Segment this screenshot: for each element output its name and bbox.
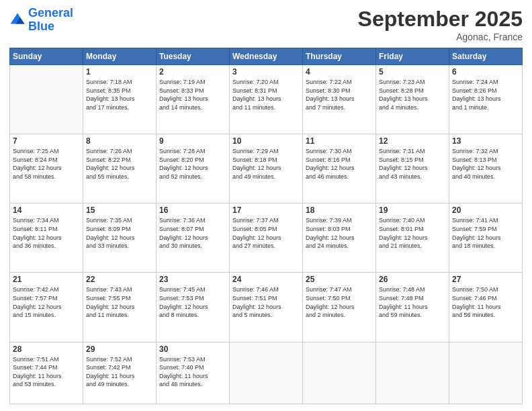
day-number: 5	[379, 67, 446, 77]
calendar-day-cell: 8Sunrise: 7:26 AM Sunset: 8:22 PM Daylig…	[83, 134, 157, 203]
day-info: Sunrise: 7:24 AM Sunset: 8:26 PM Dayligh…	[452, 78, 519, 111]
day-info: Sunrise: 7:19 AM Sunset: 8:33 PM Dayligh…	[159, 78, 226, 111]
logo-line2: Blue	[28, 19, 54, 33]
logo-text: General Blue	[28, 7, 73, 34]
calendar-week-row: 28Sunrise: 7:51 AM Sunset: 7:44 PM Dayli…	[10, 342, 523, 404]
calendar-day-cell: 12Sunrise: 7:31 AM Sunset: 8:15 PM Dayli…	[376, 134, 449, 203]
calendar-day-cell: 10Sunrise: 7:29 AM Sunset: 8:18 PM Dayli…	[230, 134, 303, 203]
day-number: 17	[232, 205, 300, 215]
calendar-day-cell	[10, 65, 83, 134]
day-number: 24	[232, 275, 300, 284]
day-info: Sunrise: 7:34 AM Sunset: 8:11 PM Dayligh…	[13, 216, 80, 250]
day-number: 1	[86, 67, 153, 77]
logo-icon	[9, 12, 26, 28]
calendar-week-row: 1Sunrise: 7:18 AM Sunset: 8:35 PM Daylig…	[10, 65, 523, 134]
day-number: 18	[306, 205, 373, 215]
day-info: Sunrise: 7:37 AM Sunset: 8:05 PM Dayligh…	[232, 216, 300, 250]
calendar-day-cell: 23Sunrise: 7:45 AM Sunset: 7:53 PM Dayli…	[157, 273, 230, 342]
day-info: Sunrise: 7:30 AM Sunset: 8:16 PM Dayligh…	[306, 147, 373, 181]
day-info: Sunrise: 7:28 AM Sunset: 8:20 PM Dayligh…	[159, 147, 226, 181]
day-number: 12	[379, 136, 446, 146]
day-info: Sunrise: 7:48 AM Sunset: 7:48 PM Dayligh…	[379, 285, 446, 319]
calendar-day-cell: 2Sunrise: 7:19 AM Sunset: 8:33 PM Daylig…	[157, 65, 230, 134]
day-number: 14	[13, 205, 80, 215]
day-info: Sunrise: 7:20 AM Sunset: 8:31 PM Dayligh…	[232, 78, 300, 111]
calendar-day-cell: 20Sunrise: 7:41 AM Sunset: 7:59 PM Dayli…	[449, 203, 523, 273]
calendar-day-cell: 17Sunrise: 7:37 AM Sunset: 8:05 PM Dayli…	[230, 203, 303, 273]
calendar-day-cell	[303, 342, 376, 404]
day-info: Sunrise: 7:31 AM Sunset: 8:15 PM Dayligh…	[379, 147, 446, 181]
calendar-day-cell: 6Sunrise: 7:24 AM Sunset: 8:26 PM Daylig…	[449, 65, 523, 134]
day-info: Sunrise: 7:42 AM Sunset: 7:57 PM Dayligh…	[13, 285, 80, 319]
day-number: 6	[452, 67, 519, 77]
day-number: 2	[159, 67, 226, 77]
day-info: Sunrise: 7:25 AM Sunset: 8:24 PM Dayligh…	[13, 147, 80, 181]
calendar-header-thursday: Thursday	[303, 48, 376, 65]
day-info: Sunrise: 7:52 AM Sunset: 7:42 PM Dayligh…	[86, 355, 153, 389]
day-number: 3	[232, 67, 300, 77]
day-number: 11	[306, 136, 373, 146]
calendar-day-cell: 4Sunrise: 7:22 AM Sunset: 8:30 PM Daylig…	[303, 65, 376, 134]
day-number: 15	[86, 205, 153, 215]
day-info: Sunrise: 7:45 AM Sunset: 7:53 PM Dayligh…	[159, 285, 226, 319]
day-number: 13	[452, 136, 519, 146]
day-number: 25	[306, 275, 373, 284]
day-number: 8	[86, 136, 153, 146]
calendar-day-cell: 14Sunrise: 7:34 AM Sunset: 8:11 PM Dayli…	[10, 203, 83, 273]
calendar-header-row: SundayMondayTuesdayWednesdayThursdayFrid…	[10, 48, 523, 65]
day-info: Sunrise: 7:53 AM Sunset: 7:40 PM Dayligh…	[159, 355, 226, 389]
calendar-day-cell: 29Sunrise: 7:52 AM Sunset: 7:42 PM Dayli…	[83, 342, 157, 404]
month-title: September 2025	[358, 7, 523, 32]
day-number: 16	[159, 205, 226, 215]
calendar-day-cell	[230, 342, 303, 404]
day-number: 29	[86, 345, 153, 354]
day-number: 22	[86, 275, 153, 284]
calendar-day-cell: 25Sunrise: 7:47 AM Sunset: 7:50 PM Dayli…	[303, 273, 376, 342]
day-number: 23	[159, 275, 226, 284]
day-info: Sunrise: 7:29 AM Sunset: 8:18 PM Dayligh…	[232, 147, 300, 181]
calendar-day-cell: 1Sunrise: 7:18 AM Sunset: 8:35 PM Daylig…	[83, 65, 157, 134]
calendar-week-row: 14Sunrise: 7:34 AM Sunset: 8:11 PM Dayli…	[10, 203, 523, 273]
logo-line1: General	[28, 6, 73, 19]
calendar-day-cell: 3Sunrise: 7:20 AM Sunset: 8:31 PM Daylig…	[230, 65, 303, 134]
calendar-header-monday: Monday	[83, 48, 157, 65]
day-info: Sunrise: 7:46 AM Sunset: 7:51 PM Dayligh…	[232, 285, 300, 319]
day-info: Sunrise: 7:32 AM Sunset: 8:13 PM Dayligh…	[452, 147, 519, 181]
day-number: 7	[13, 136, 80, 146]
calendar-header-saturday: Saturday	[449, 48, 523, 65]
location-subtitle: Agonac, France	[358, 32, 523, 42]
day-info: Sunrise: 7:18 AM Sunset: 8:35 PM Dayligh…	[86, 78, 153, 111]
calendar-day-cell	[376, 342, 449, 404]
day-number: 27	[452, 275, 519, 284]
day-info: Sunrise: 7:43 AM Sunset: 7:55 PM Dayligh…	[86, 285, 153, 319]
title-block: September 2025 Agonac, France	[358, 7, 523, 42]
calendar-header-sunday: Sunday	[10, 48, 83, 65]
day-number: 20	[452, 205, 519, 215]
calendar-header-friday: Friday	[376, 48, 449, 65]
day-info: Sunrise: 7:26 AM Sunset: 8:22 PM Dayligh…	[86, 147, 153, 181]
day-info: Sunrise: 7:50 AM Sunset: 7:46 PM Dayligh…	[452, 285, 519, 319]
day-info: Sunrise: 7:40 AM Sunset: 8:01 PM Dayligh…	[379, 216, 446, 250]
calendar-day-cell: 19Sunrise: 7:40 AM Sunset: 8:01 PM Dayli…	[376, 203, 449, 273]
day-number: 21	[13, 275, 80, 284]
calendar-day-cell: 28Sunrise: 7:51 AM Sunset: 7:44 PM Dayli…	[10, 342, 83, 404]
calendar-day-cell: 11Sunrise: 7:30 AM Sunset: 8:16 PM Dayli…	[303, 134, 376, 203]
day-info: Sunrise: 7:39 AM Sunset: 8:03 PM Dayligh…	[306, 216, 373, 250]
day-number: 4	[306, 67, 373, 77]
calendar-day-cell: 21Sunrise: 7:42 AM Sunset: 7:57 PM Dayli…	[10, 273, 83, 342]
calendar-header-wednesday: Wednesday	[230, 48, 303, 65]
calendar-table: SundayMondayTuesdayWednesdayThursdayFrid…	[9, 48, 523, 404]
calendar-week-row: 21Sunrise: 7:42 AM Sunset: 7:57 PM Dayli…	[10, 273, 523, 342]
calendar-week-row: 7Sunrise: 7:25 AM Sunset: 8:24 PM Daylig…	[10, 134, 523, 203]
calendar-day-cell	[449, 342, 523, 404]
calendar-day-cell: 22Sunrise: 7:43 AM Sunset: 7:55 PM Dayli…	[83, 273, 157, 342]
calendar-day-cell: 27Sunrise: 7:50 AM Sunset: 7:46 PM Dayli…	[449, 273, 523, 342]
calendar-header-tuesday: Tuesday	[157, 48, 230, 65]
calendar-day-cell: 24Sunrise: 7:46 AM Sunset: 7:51 PM Dayli…	[230, 273, 303, 342]
day-number: 26	[379, 275, 446, 284]
logo: General Blue	[9, 7, 73, 34]
day-info: Sunrise: 7:51 AM Sunset: 7:44 PM Dayligh…	[13, 355, 80, 389]
calendar-day-cell: 16Sunrise: 7:36 AM Sunset: 8:07 PM Dayli…	[157, 203, 230, 273]
day-info: Sunrise: 7:22 AM Sunset: 8:30 PM Dayligh…	[306, 78, 373, 111]
header: General Blue September 2025 Agonac, Fran…	[9, 7, 523, 42]
